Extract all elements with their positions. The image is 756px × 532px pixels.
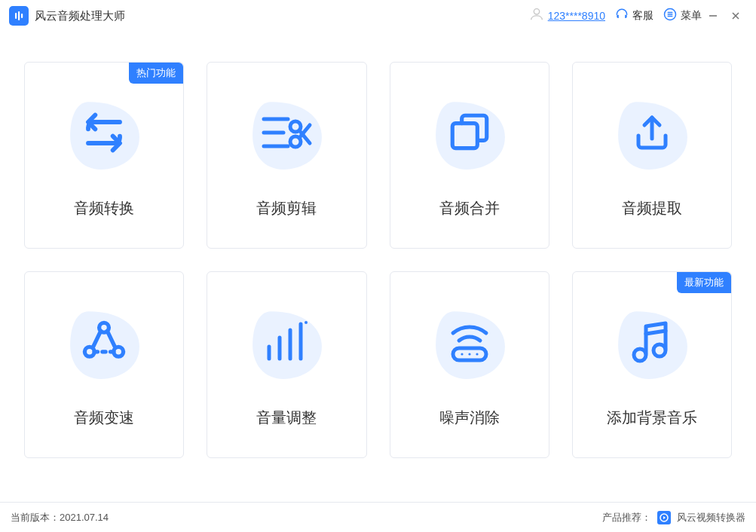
- app-logo-icon: [9, 6, 29, 26]
- card-title: 音频转换: [74, 198, 134, 219]
- menu-list-icon: [663, 7, 678, 25]
- svg-point-30: [468, 353, 470, 355]
- svg-rect-18: [452, 123, 477, 148]
- avatar-icon: [528, 6, 545, 26]
- hot-ribbon: 热门功能: [129, 63, 183, 84]
- card-audio-speed[interactable]: 音频变速: [24, 271, 184, 458]
- convert-arrows-icon: [78, 106, 130, 162]
- user-account-link[interactable]: 123****8910: [528, 6, 605, 26]
- app-title: 风云音频处理大师: [35, 9, 125, 23]
- card-title: 音频提取: [622, 198, 682, 219]
- svg-point-3: [534, 9, 539, 14]
- svg-line-34: [646, 331, 666, 334]
- card-volume-adjust[interactable]: 音量调整: [207, 271, 366, 458]
- headset-icon: [614, 7, 629, 25]
- menu-label: 菜单: [681, 9, 702, 23]
- card-noise-remove[interactable]: 噪声消除: [390, 271, 549, 458]
- card-add-bgm[interactable]: 最新功能 添加背景音乐: [572, 271, 732, 458]
- merge-copy-icon: [446, 109, 493, 159]
- version-label: 当前版本：: [11, 511, 60, 524]
- card-title: 噪声消除: [439, 408, 500, 428]
- card-audio-cut[interactable]: 音频剪辑: [207, 62, 366, 249]
- card-title: 添加背景音乐: [607, 408, 697, 428]
- recommend-label: 产品推荐：: [602, 511, 651, 524]
- menu-button[interactable]: 菜单: [663, 7, 702, 25]
- card-title: 音频合并: [439, 198, 500, 219]
- volume-bars-icon: [263, 321, 310, 366]
- user-account-label: 123****8910: [548, 10, 605, 22]
- speed-nodes-icon: [80, 318, 128, 369]
- new-ribbon: 最新功能: [677, 272, 731, 293]
- card-title: 音量调整: [256, 408, 317, 428]
- customer-service-label: 客服: [632, 9, 653, 23]
- svg-rect-0: [15, 13, 17, 19]
- card-title: 音频变速: [74, 408, 134, 428]
- cut-scissors-icon: [259, 108, 314, 161]
- svg-rect-2: [21, 14, 23, 18]
- main-content: 热门功能 音频转换 音频剪辑: [0, 32, 756, 502]
- svg-point-33: [653, 344, 666, 356]
- svg-point-27: [305, 321, 308, 324]
- recommend-product-icon: [657, 511, 671, 524]
- version-value: 2021.07.14: [60, 512, 109, 523]
- card-audio-merge[interactable]: 音频合并: [390, 62, 549, 249]
- minimize-button[interactable]: [702, 5, 724, 27]
- svg-point-29: [461, 353, 463, 355]
- music-note-icon: [629, 319, 675, 368]
- customer-service-button[interactable]: 客服: [614, 7, 653, 25]
- recommend-product-link[interactable]: 风云视频转换器: [677, 511, 745, 524]
- card-title: 音频剪辑: [256, 198, 317, 219]
- svg-rect-1: [18, 11, 20, 20]
- noise-wifi-icon: [445, 320, 494, 368]
- title-bar: 风云音频处理大师 123****8910 客服 菜单: [0, 0, 756, 32]
- card-audio-extract[interactable]: 音频提取: [572, 62, 732, 249]
- svg-point-31: [476, 353, 478, 355]
- extract-upload-icon: [629, 110, 675, 158]
- footer-bar: 当前版本： 2021.07.14 产品推荐： 风云视频转换器: [0, 502, 756, 532]
- card-audio-convert[interactable]: 热门功能 音频转换: [24, 62, 184, 249]
- close-button[interactable]: [724, 5, 747, 27]
- svg-point-32: [634, 349, 646, 361]
